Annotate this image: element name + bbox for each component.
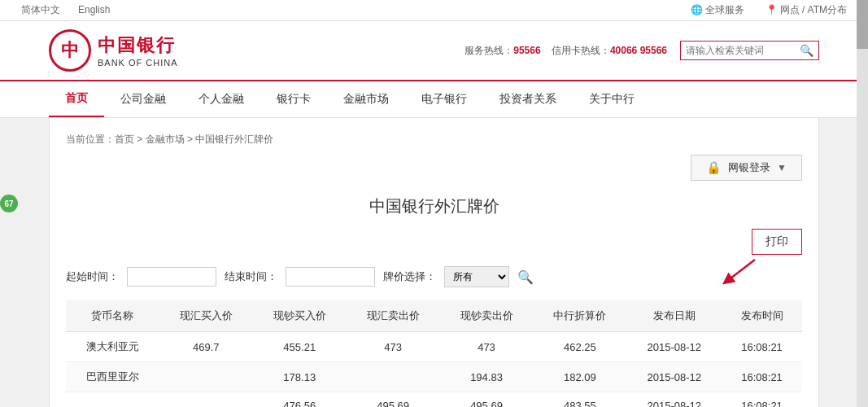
- table-cell: 巴西里亚尔: [66, 362, 159, 392]
- table-cell: 483.55: [533, 392, 626, 408]
- hotline-number: 95566: [513, 45, 540, 56]
- table-cell: [66, 392, 159, 408]
- global-service-link[interactable]: 全球服务: [691, 3, 744, 17]
- lang-en-link[interactable]: English: [78, 4, 110, 15]
- col-time: 发布时间: [722, 300, 802, 332]
- hotline-label: 服务热线：: [465, 45, 513, 56]
- currency-select-label: 牌价选择：: [383, 269, 436, 284]
- table-cell: 16:08:21: [722, 362, 802, 392]
- table-cell: [347, 362, 440, 392]
- nav-item-ebank[interactable]: 电子银行: [405, 82, 483, 116]
- table-cell: 495.69: [440, 392, 534, 408]
- main-nav: 首页 公司金融 个人金融 银行卡 金融市场 电子银行 投资者关系 关于中行: [0, 81, 868, 118]
- nav-item-investor[interactable]: 投资者关系: [483, 82, 573, 116]
- nav-item-about[interactable]: 关于中行: [573, 82, 651, 116]
- logo-area: 中 中国银行 BANK OF CHINA: [49, 29, 178, 72]
- logo-cn: 中国银行: [98, 33, 178, 58]
- top-bar: 简体中文 English 全球服务 网点 / ATM分布: [0, 0, 868, 21]
- credit-label: 信用卡热线：: [552, 45, 610, 56]
- nav-item-personal[interactable]: 个人金融: [182, 82, 260, 116]
- currency-select[interactable]: 所有 现汇 现钞: [444, 266, 509, 287]
- col-note-buy: 现钞买入价: [253, 300, 347, 332]
- print-button[interactable]: 打印: [752, 229, 802, 255]
- table-cell: 476.56: [253, 392, 347, 408]
- filter-row: 起始时间： 结束时间： 牌价选择： 所有 现汇 现钞 🔍: [66, 266, 802, 287]
- table-row: 巴西里亚尔178.13194.83182.092015-08-1216:08:2…: [66, 362, 802, 392]
- table-cell: 462.25: [533, 332, 626, 362]
- fx-table: 货币名称 现汇买入价 现钞买入价 现汇卖出价 现钞卖出价 中行折算价 发布日期 …: [66, 300, 802, 407]
- table-header-row: 货币名称 现汇买入价 现钞买入价 现汇卖出价 现钞卖出价 中行折算价 发布日期 …: [66, 300, 802, 332]
- logo-icon: 中: [49, 29, 91, 72]
- table-cell: [159, 362, 253, 392]
- start-time-label: 起始时间：: [66, 269, 119, 284]
- logo-text: 中国银行 BANK OF CHINA: [98, 33, 178, 68]
- lock-icon: 🔒: [706, 160, 722, 175]
- table-cell: 194.83: [440, 362, 534, 392]
- header-right: 服务热线：95566 信用卡热线：40066 95566 🔍: [465, 41, 819, 60]
- table-cell: 2015-08-12: [626, 392, 722, 408]
- nav-item-corporate[interactable]: 公司金融: [104, 82, 182, 116]
- scrollbar[interactable]: [857, 0, 868, 407]
- table-cell: [159, 392, 253, 408]
- table-cell: 2015-08-12: [626, 332, 722, 362]
- start-time-input[interactable]: [127, 267, 216, 287]
- table-cell: 16:08:21: [722, 392, 802, 408]
- col-cash-buy: 现汇买入价: [159, 300, 253, 332]
- hotline: 服务热线：95566 信用卡热线：40066 95566: [465, 44, 667, 58]
- page-title: 中国银行外汇牌价: [66, 195, 802, 217]
- branch-atm-link[interactable]: 网点 / ATM分布: [765, 3, 847, 17]
- table-cell: 469.7: [159, 332, 253, 362]
- credit-number: 40066 95566: [610, 45, 667, 56]
- col-note-sell: 现钞卖出价: [440, 300, 534, 332]
- nav-item-financial[interactable]: 金融市场: [327, 82, 405, 116]
- svg-line-0: [727, 260, 755, 281]
- language-switcher: 简体中文 English: [16, 3, 115, 17]
- col-date: 发布日期: [626, 300, 722, 332]
- arrow-indicator: [719, 256, 760, 291]
- end-time-input[interactable]: [286, 267, 375, 287]
- top-bar-right: 全球服务 网点 / ATM分布: [686, 3, 852, 17]
- table-row: 澳大利亚元469.7455.21473473462.252015-08-1216…: [66, 332, 802, 362]
- col-middle: 中行折算价: [533, 300, 626, 332]
- arrow-icon: [719, 256, 760, 289]
- col-currency-name: 货币名称: [66, 300, 159, 332]
- search-box: 🔍: [680, 41, 819, 60]
- table-cell: 495.69: [347, 392, 440, 408]
- login-label: 网银登录: [728, 160, 770, 175]
- logo-en: BANK OF CHINA: [98, 58, 178, 68]
- breadcrumb: 当前位置：首页 > 金融市场 > 中国银行外汇牌价: [66, 126, 802, 155]
- search-icon[interactable]: 🔍: [800, 44, 813, 57]
- table-cell: 16:08:21: [722, 332, 802, 362]
- table-cell: 473: [347, 332, 440, 362]
- table-cell: 2015-08-12: [626, 362, 722, 392]
- login-button[interactable]: 🔒 网银登录 ▼: [691, 155, 802, 181]
- header: 中 中国银行 BANK OF CHINA 服务热线：95566 信用卡热线：40…: [0, 21, 868, 81]
- lang-cn-link[interactable]: 简体中文: [21, 4, 60, 15]
- print-area: 打印: [66, 229, 802, 255]
- search-input[interactable]: [686, 45, 800, 56]
- login-bar: 🔒 网银登录 ▼: [66, 155, 802, 181]
- nav-item-home[interactable]: 首页: [49, 81, 104, 117]
- filter-search-button[interactable]: 🔍: [517, 269, 534, 285]
- globe-icon: [691, 4, 705, 15]
- end-time-label: 结束时间：: [225, 269, 277, 284]
- side-badge: 67: [0, 195, 18, 212]
- table-cell: 澳大利亚元: [66, 332, 159, 362]
- scrollbar-thumb[interactable]: [857, 0, 868, 49]
- chevron-down-icon: ▼: [777, 162, 787, 173]
- col-cash-sell: 现汇卖出价: [347, 300, 440, 332]
- table-row: 476.56495.69495.69483.552015-08-1216:08:…: [66, 392, 802, 408]
- table-cell: 178.13: [253, 362, 347, 392]
- main-content: 当前位置：首页 > 金融市场 > 中国银行外汇牌价 🔒 网银登录 ▼ 中国银行外…: [49, 118, 819, 407]
- nav-item-card[interactable]: 银行卡: [260, 82, 327, 116]
- table-cell: 473: [440, 332, 534, 362]
- table-cell: 455.21: [253, 332, 347, 362]
- table-cell: 182.09: [533, 362, 626, 392]
- location-icon: [765, 4, 780, 15]
